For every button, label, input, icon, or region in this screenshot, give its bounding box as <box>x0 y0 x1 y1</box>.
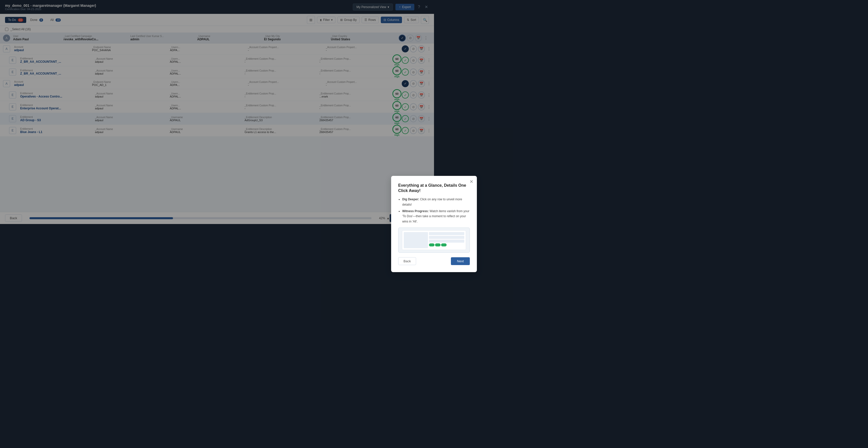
modal-bullet-1: Dig Deeper: Click on any row to unveil m… <box>402 197 434 207</box>
modal-body: Dig Deeper: Click on any row to unveil m… <box>398 197 434 224</box>
modal-title: Everything at a Glance, Details One Clic… <box>398 183 434 194</box>
modal-bullet-1-bold: Dig Deeper: <box>402 198 419 201</box>
modal-bullet-2: Witness Progress: Watch items vanish fro… <box>402 209 434 224</box>
modal-bullet-2-bold: Witness Progress: <box>402 209 429 213</box>
modal-overlay: ✕ Everything at a Glance, Details One Cl… <box>0 0 434 224</box>
modal: ✕ Everything at a Glance, Details One Cl… <box>391 176 434 224</box>
